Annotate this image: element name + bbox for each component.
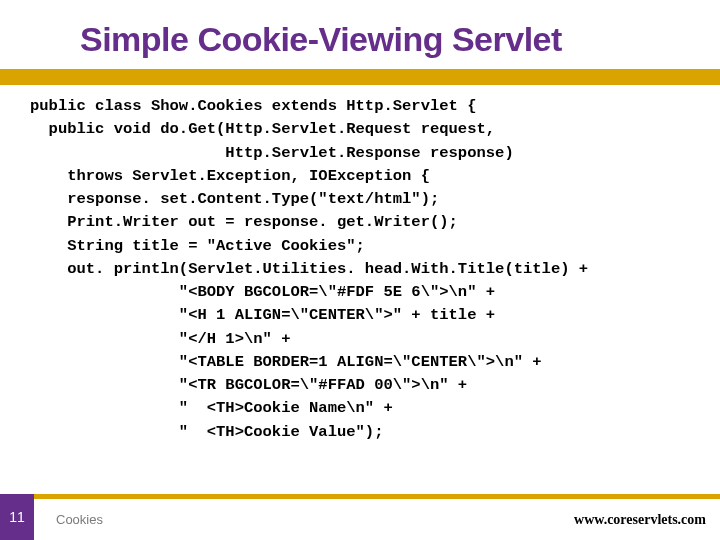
footer: Cookies www.coreservlets.com <box>34 494 720 540</box>
accent-stripe <box>0 69 720 85</box>
code-listing: public class Show.Cookies extends Http.S… <box>0 85 720 444</box>
footer-topic: Cookies <box>56 512 103 527</box>
slide-number-badge: 11 <box>0 494 34 540</box>
footer-url: www.coreservlets.com <box>574 512 706 528</box>
slide-title: Simple Cookie-Viewing Servlet <box>0 0 720 69</box>
